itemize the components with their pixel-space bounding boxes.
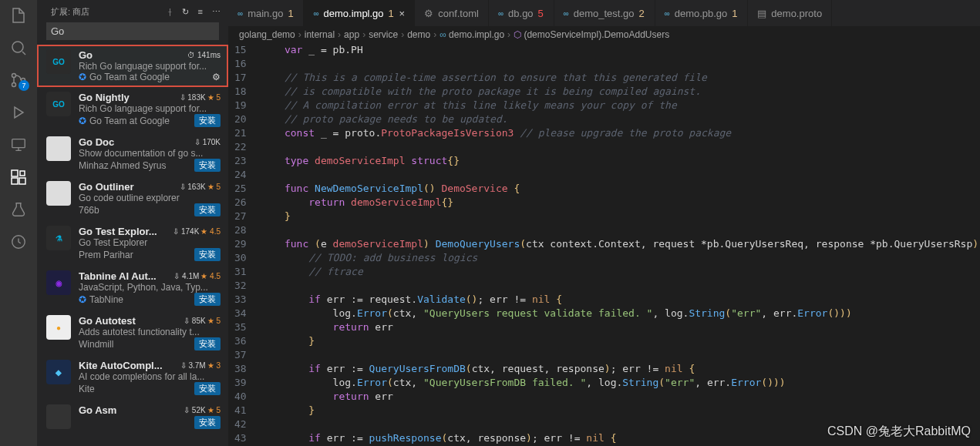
extension-icon: ⚗ xyxy=(46,226,71,250)
extension-stat: ⇩ 170K xyxy=(194,138,221,146)
breadcrumb[interactable]: golang_demo›internal›app›service›demo›∞ … xyxy=(228,26,980,43)
close-icon[interactable]: × xyxy=(399,8,406,19)
breadcrumb-item[interactable]: service xyxy=(369,29,398,40)
extension-icon: ◉ xyxy=(46,270,71,295)
svg-point-2 xyxy=(12,83,16,87)
tab-label: db.go xyxy=(508,8,534,19)
extension-publisher: ✪ Go Team at Google xyxy=(79,72,170,82)
filter-icon[interactable]: ⟊ xyxy=(167,7,173,17)
sidebar-title: 扩展: 商店 xyxy=(51,6,89,18)
extension-item[interactable]: ◉ Tabnine AI Aut... ⇩ 4.1M ★ 4.5 JavaScr… xyxy=(37,266,228,310)
install-button[interactable]: 安装 xyxy=(194,293,221,306)
install-button[interactable]: 安装 xyxy=(194,114,221,127)
extension-name: Go Outliner xyxy=(79,181,134,193)
extension-icon: GO xyxy=(46,92,71,116)
extension-icon xyxy=(46,136,71,161)
more-icon[interactable]: ⋯ xyxy=(212,7,221,17)
files-icon[interactable] xyxy=(9,6,28,25)
remote-icon[interactable] xyxy=(9,136,28,154)
svg-rect-5 xyxy=(12,170,18,176)
breadcrumb-item[interactable]: ∞ demo.impl.go xyxy=(439,29,504,40)
extension-name: Tabnine AI Aut... xyxy=(79,270,157,282)
search-icon[interactable] xyxy=(9,39,28,57)
breadcrumb-item[interactable]: demo xyxy=(407,29,430,40)
breadcrumb-item[interactable]: internal xyxy=(305,29,335,40)
gear-icon[interactable]: ⚙ xyxy=(212,72,221,82)
editor-area: ∞main.go1∞demo.impl.go1×⚙conf.toml∞db.go… xyxy=(228,0,980,446)
sidebar-header: 扩展: 商店 ⟊ ↻ ≡ ⋯ xyxy=(37,0,228,22)
extension-publisher: ✪ Go Team at Google xyxy=(79,116,170,126)
tab-bar: ∞main.go1∞demo.impl.go1×⚙conf.toml∞db.go… xyxy=(228,0,980,26)
extension-publisher: Minhaz Ahmed Syrus xyxy=(79,160,166,171)
install-button[interactable]: 安装 xyxy=(194,337,221,350)
extension-item[interactable]: Go Asm ⇩ 52K ★ 5 安装 xyxy=(37,400,228,434)
tab-label: main.go xyxy=(248,8,283,19)
tab-label: demo.impl.go xyxy=(324,8,384,19)
extension-publisher: Prem Parihar xyxy=(79,250,133,260)
svg-point-1 xyxy=(12,74,16,78)
extension-item[interactable]: ⚗ Go Test Explor... ⇩ 174K ★ 4.5 Go Test… xyxy=(37,221,228,266)
extension-desc: Rich Go language support for... xyxy=(79,103,221,114)
editor-tab[interactable]: ∞demo.impl.go1× xyxy=(304,0,415,26)
extension-item[interactable]: Go Outliner ⇩ 163K ★ 5 Go code outline e… xyxy=(37,176,228,221)
install-button[interactable]: 安装 xyxy=(194,203,221,216)
editor-tab[interactable]: ▤demo.proto xyxy=(748,0,832,26)
code-editor[interactable]: 1516171819202122232425262728293031323334… xyxy=(228,43,980,446)
extension-name: Go Nightly xyxy=(79,92,130,103)
extension-name: Go Test Explor... xyxy=(79,226,157,237)
extension-item[interactable]: GO Go Nightly ⇩ 183K ★ 5 Rich Go languag… xyxy=(37,87,228,132)
install-button[interactable]: 安装 xyxy=(194,416,221,429)
editor-tab[interactable]: ∞demo.pb.go1 xyxy=(655,0,749,26)
extension-item[interactable]: ◆ Kite AutoCompl... ⇩ 3.7M ★ 3 AI code c… xyxy=(37,355,228,400)
svg-rect-6 xyxy=(12,178,18,184)
extension-stat: ⇩ 163K ★ 5 xyxy=(180,183,221,191)
code-lines[interactable]: var _ = pb.PH // This is a compile-time … xyxy=(261,43,980,446)
extension-icon xyxy=(46,404,71,429)
clear-icon[interactable]: ≡ xyxy=(198,7,203,17)
extension-item[interactable]: Go Doc ⇩ 170K Show documentation of go s… xyxy=(37,132,228,176)
line-gutter: 1516171819202122232425262728293031323334… xyxy=(228,43,261,446)
bookmarks-icon[interactable] xyxy=(9,233,28,251)
refresh-icon[interactable]: ↻ xyxy=(182,7,189,17)
svg-rect-7 xyxy=(19,178,25,184)
source-control-icon[interactable]: 7 xyxy=(9,71,28,89)
breadcrumb-item[interactable]: ⬡ (demoServiceImpl).DemoAddUsers xyxy=(514,29,669,40)
extension-stat: ⇩ 52K ★ 5 xyxy=(184,406,221,414)
breadcrumb-item[interactable]: app xyxy=(344,29,359,40)
extension-icon: ● xyxy=(46,315,71,340)
extension-name: Go Doc xyxy=(79,136,114,148)
tab-label: conf.toml xyxy=(438,8,479,19)
editor-tab[interactable]: ∞demo_test.go2 xyxy=(554,0,655,26)
install-button[interactable]: 安装 xyxy=(194,159,221,172)
editor-tab[interactable]: ∞db.go5 xyxy=(489,0,554,26)
extension-stat: ⇩ 183K ★ 5 xyxy=(180,93,221,102)
svg-rect-8 xyxy=(20,171,25,176)
extension-desc: Go code outline explorer xyxy=(79,193,221,203)
editor-tab[interactable]: ⚙conf.toml xyxy=(415,0,489,26)
extension-item[interactable]: ● Go Autotest ⇩ 85K ★ 5 Adds autotest fu… xyxy=(37,310,228,355)
breadcrumb-item[interactable]: golang_demo xyxy=(239,29,295,40)
extension-desc: Go Test Explorer xyxy=(79,237,221,248)
install-button[interactable]: 安装 xyxy=(194,382,221,395)
extension-desc: Adds autotest functionality t... xyxy=(79,327,221,337)
extension-stat: ⏱ 141ms xyxy=(187,51,221,59)
extension-desc: AI code completions for all la... xyxy=(79,371,221,382)
scm-badge: 7 xyxy=(19,80,29,91)
extension-icon xyxy=(46,181,71,206)
extension-publisher: 766b xyxy=(79,205,99,216)
editor-tab[interactable]: ∞main.go1 xyxy=(228,0,304,26)
extension-search-input[interactable] xyxy=(46,22,219,40)
extension-name: Go Asm xyxy=(79,404,116,416)
extension-item[interactable]: GO Go ⏱ 141ms Rich Go language support f… xyxy=(37,45,228,87)
debug-icon[interactable] xyxy=(9,103,28,122)
extension-desc: Rich Go language support for... xyxy=(79,61,221,72)
extensions-icon[interactable] xyxy=(9,168,28,186)
tab-label: demo_test.go xyxy=(574,8,635,19)
extension-stat: ⇩ 3.7M ★ 3 xyxy=(180,361,221,370)
extension-icon: ◆ xyxy=(46,360,71,384)
testing-icon[interactable] xyxy=(9,200,28,219)
install-button[interactable]: 安装 xyxy=(194,248,221,261)
svg-rect-4 xyxy=(12,139,25,148)
extension-name: Go xyxy=(79,49,93,61)
extension-stat: ⇩ 4.1M ★ 4.5 xyxy=(173,272,221,280)
